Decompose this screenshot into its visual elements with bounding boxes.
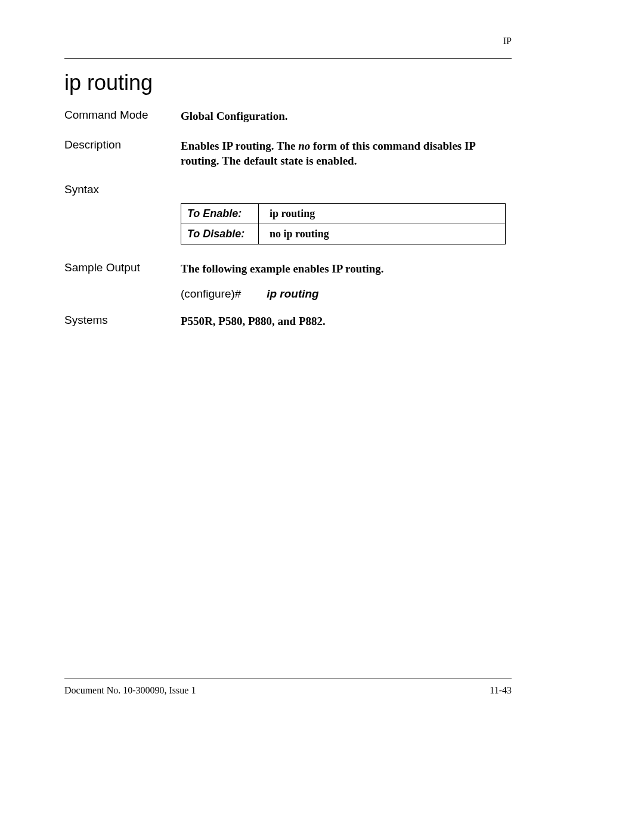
label-sample-output: Sample Output [64, 261, 181, 274]
syntax-table: To Enable: ip routing To Disable: no ip … [181, 203, 506, 244]
table-row: To Enable: ip routing [181, 203, 506, 224]
syntax-header-disable: To Disable: [181, 224, 259, 244]
header-section: IP [503, 36, 512, 47]
syntax-header-enable: To Enable: [181, 203, 259, 224]
sample-prompt: (configure)# [181, 287, 241, 301]
row-command-mode: Command Mode Global Configuration. [64, 109, 512, 124]
value-sample-output: The following example enables IP routing… [181, 261, 512, 277]
value-command-mode: Global Configuration. [181, 109, 512, 124]
syntax-command-enable: ip routing [259, 203, 506, 224]
page-title: ip routing [64, 70, 153, 95]
value-systems: P550R, P580, P880, and P882. [181, 314, 512, 329]
footer-doc: Document No. 10-300090, Issue 1 [64, 685, 196, 696]
value-description: Enables IP routing. The no form of this … [181, 138, 512, 169]
row-systems: Systems P550R, P580, P880, and P882. [64, 314, 512, 329]
footer: Document No. 10-300090, Issue 1 11-43 [64, 679, 512, 696]
label-syntax: Syntax [64, 183, 181, 196]
sample-block: (configure)# ip routing [181, 287, 512, 301]
label-command-mode: Command Mode [64, 109, 181, 122]
footer-page: 11-43 [490, 685, 512, 696]
syntax-command-disable: no ip routing [259, 224, 506, 244]
desc-no: no [298, 140, 310, 152]
desc-part1: Enables IP routing. The [181, 140, 298, 152]
label-systems: Systems [64, 314, 181, 327]
row-description: Description Enables IP routing. The no f… [64, 138, 512, 169]
row-sample-output: Sample Output The following example enab… [64, 261, 512, 277]
content: Command Mode Global Configuration. Descr… [64, 109, 512, 343]
footer-text: Document No. 10-300090, Issue 1 11-43 [64, 685, 512, 696]
sample-command: ip routing [267, 287, 319, 301]
row-syntax: Syntax [64, 183, 512, 196]
footer-rule [64, 679, 512, 679]
top-rule [64, 58, 512, 59]
label-description: Description [64, 138, 181, 151]
table-row: To Disable: no ip routing [181, 224, 506, 244]
